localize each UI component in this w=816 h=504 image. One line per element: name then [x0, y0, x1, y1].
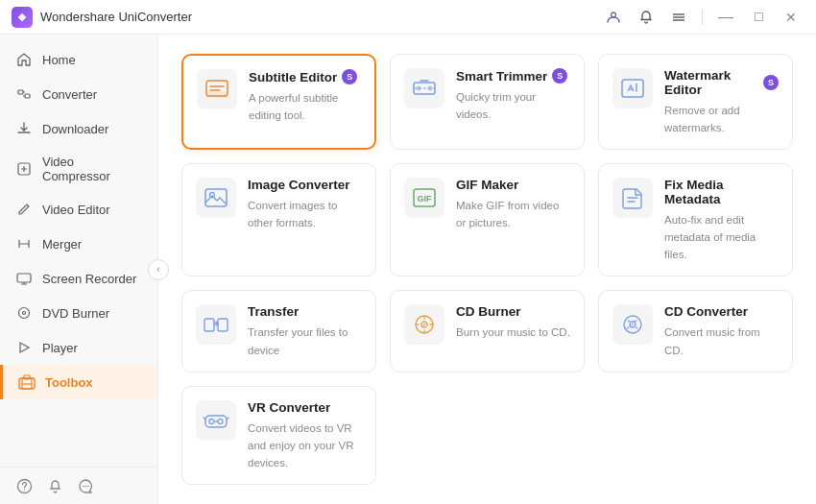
svg-point-22 [417, 86, 421, 91]
image-converter-info: Image Converter Convert images to other … [248, 178, 362, 230]
menu-icon[interactable] [665, 4, 692, 31]
minimize-button[interactable]: — [712, 4, 739, 31]
gif-maker-info: GIF Maker Make GIF from video or picture… [456, 178, 570, 230]
svg-point-18 [87, 485, 89, 487]
svg-rect-30 [204, 319, 214, 331]
svg-point-16 [83, 485, 84, 487]
help-icon[interactable] [15, 477, 33, 494]
cd-converter-desc: Convert music from CD. [664, 326, 760, 355]
subtitle-editor-badge: S [342, 69, 357, 84]
sidebar-item-home[interactable]: Home [0, 42, 157, 77]
tool-card-vr-converter[interactable]: VR Converter Convert videos to VR and en… [181, 386, 376, 485]
cd-burner-title-row: CD Burner [456, 304, 570, 319]
merge-icon [15, 235, 33, 252]
vr-converter-icon-wrap [196, 400, 236, 441]
vr-converter-desc: Convert videos to VR and enjoy on your V… [248, 422, 354, 468]
user-icon[interactable] [600, 4, 627, 31]
watermark-editor-icon-wrap [612, 68, 653, 108]
cd-converter-title-row: CD Converter [664, 304, 779, 319]
tool-card-cd-converter[interactable]: CD Converter Convert music from CD. [598, 290, 793, 372]
smart-trimmer-desc: Quicky trim your videos. [456, 91, 536, 120]
fix-metadata-info: Fix Media Metadata Auto-fix and edit met… [664, 178, 779, 262]
tool-card-image-converter[interactable]: Image Converter Convert images to other … [181, 163, 376, 276]
gif-maker-desc: Make GIF from video or pictures. [456, 200, 559, 228]
sidebar-item-toolbox-label: Toolbox [45, 375, 93, 390]
cd-burner-desc: Burn your music to CD. [456, 326, 570, 338]
toolbox-icon [18, 373, 36, 391]
titlebar-controls: — ☐ ✕ [600, 4, 804, 31]
fix-metadata-desc: Auto-fix and edit metadata of media file… [664, 214, 756, 260]
app-body: Home Converter Downloader Video Compress… [0, 35, 816, 504]
sidebar-item-downloader[interactable]: Downloader [0, 111, 157, 146]
close-button[interactable]: ✕ [778, 4, 804, 31]
image-converter-title-row: Image Converter [248, 178, 362, 192]
vr-converter-title-row: VR Converter [248, 400, 362, 415]
titlebar: Wondershare UniConverter — ☐ ✕ [0, 0, 816, 35]
tool-card-transfer[interactable]: Transfer Transfer your files to device [181, 290, 376, 372]
transfer-title: Transfer [248, 304, 299, 319]
compress-icon [15, 160, 33, 178]
divider [702, 10, 703, 25]
sidebar-item-merger[interactable]: Merger [0, 227, 157, 261]
tool-card-watermark-editor[interactable]: Watermark Editor S Remove or add waterma… [598, 54, 793, 150]
tool-card-smart-trimmer[interactable]: Smart Trimmer S Quicky trim your videos. [390, 54, 585, 150]
sidebar-item-screen-recorder[interactable]: Screen Recorder [0, 261, 157, 296]
bell-icon[interactable] [46, 477, 63, 494]
app-title: Wondershare UniConverter [40, 10, 600, 24]
sidebar-item-recorder-label: Screen Recorder [42, 272, 136, 286]
sidebar-item-converter[interactable]: Converter [0, 77, 157, 111]
svg-point-17 [84, 485, 86, 487]
sidebar-item-editor-label: Video Editor [42, 203, 110, 217]
svg-point-37 [632, 324, 634, 325]
smart-trimmer-icon-wrap [404, 68, 444, 108]
sidebar-item-toolbox[interactable]: Toolbox [0, 365, 157, 399]
cd-burner-info: CD Burner Burn your music to CD. [456, 304, 570, 340]
toolbox-grid: Subtitle Editor S A powerful subtitle ed… [181, 54, 793, 485]
tool-card-gif-maker[interactable]: GIF GIF Maker Make GIF from video or pic… [390, 163, 585, 276]
subtitle-editor-title: Subtitle Editor [249, 70, 337, 84]
watermark-editor-badge: S [763, 75, 779, 90]
screen-icon [15, 270, 33, 287]
tool-card-cd-burner[interactable]: CD Burner Burn your music to CD. [390, 290, 585, 372]
sidebar-item-dvd-burner[interactable]: DVD Burner [0, 296, 157, 330]
gif-maker-title-row: GIF Maker [456, 178, 570, 192]
download-icon [15, 120, 33, 137]
watermark-editor-info: Watermark Editor S Remove or add waterma… [664, 68, 779, 135]
sidebar-collapse-button[interactable]: ‹ [148, 259, 169, 280]
sidebar-item-video-editor[interactable]: Video Editor [0, 192, 157, 227]
fix-metadata-title-row: Fix Media Metadata [664, 178, 779, 206]
sidebar-item-home-label: Home [42, 53, 76, 67]
transfer-desc: Transfer your files to device [248, 326, 348, 355]
feedback-icon[interactable] [77, 477, 94, 494]
sidebar-item-downloader-label: Downloader [42, 122, 108, 136]
smart-trimmer-title: Smart Trimmer [456, 69, 547, 84]
sidebar-footer [0, 467, 157, 504]
sidebar-nav: Home Converter Downloader Video Compress… [0, 35, 157, 467]
smart-trimmer-title-row: Smart Trimmer S [456, 68, 570, 84]
app-logo [12, 7, 33, 28]
svg-rect-4 [18, 90, 23, 94]
smart-trimmer-info: Smart Trimmer S Quicky trim your videos. [456, 68, 570, 122]
svg-point-8 [19, 308, 30, 319]
subtitle-editor-icon-wrap [197, 69, 237, 109]
convert-icon [15, 85, 33, 103]
image-converter-desc: Convert images to other formats. [248, 200, 337, 228]
sidebar-item-video-compressor[interactable]: Video Compressor [0, 146, 157, 192]
cd-converter-title: CD Converter [664, 304, 748, 319]
subtitle-editor-info: Subtitle Editor S A powerful subtitle ed… [249, 69, 361, 123]
sidebar-item-converter-label: Converter [42, 87, 97, 102]
svg-point-39 [209, 419, 214, 423]
cd-converter-info: CD Converter Convert music from CD. [664, 304, 779, 357]
maximize-button[interactable]: ☐ [745, 4, 772, 31]
svg-rect-26 [205, 189, 227, 206]
sidebar-item-player[interactable]: Player [0, 330, 157, 365]
tool-card-subtitle-editor[interactable]: Subtitle Editor S A powerful subtitle ed… [181, 54, 376, 150]
home-icon [15, 51, 33, 68]
transfer-icon-wrap [196, 304, 236, 345]
tool-card-fix-metadata[interactable]: Fix Media Metadata Auto-fix and edit met… [598, 163, 793, 276]
notification-icon[interactable] [633, 4, 660, 31]
play-icon [15, 339, 33, 356]
transfer-info: Transfer Transfer your files to device [248, 304, 362, 357]
main-content: Subtitle Editor S A powerful subtitle ed… [158, 35, 816, 504]
transfer-title-row: Transfer [248, 304, 362, 319]
